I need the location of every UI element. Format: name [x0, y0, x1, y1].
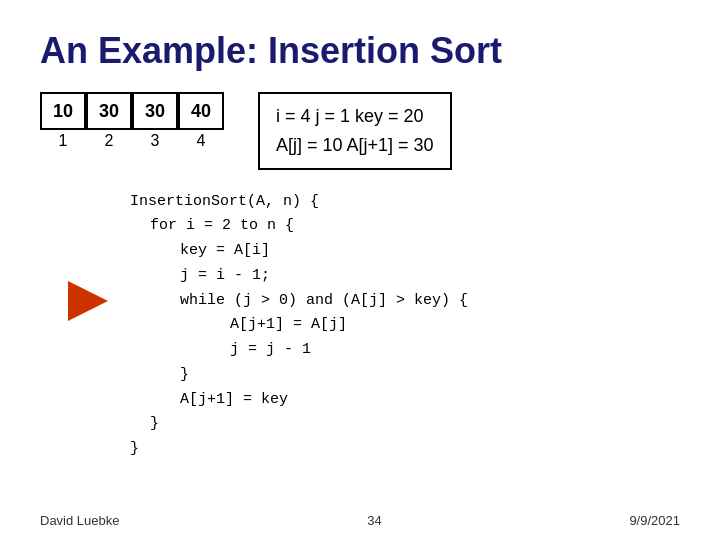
array-cell-1: 30 [86, 92, 132, 130]
code-line-5: A[j+1] = A[j] [130, 313, 680, 338]
code-line-10: } [130, 437, 680, 462]
code-line-7: } [130, 363, 680, 388]
array-cell-3: 40 [178, 92, 224, 130]
footer-page: 34 [367, 513, 381, 528]
code-line-0: InsertionSort(A, n) { [130, 190, 680, 215]
array-index-0: 1 [40, 132, 86, 150]
code-line-4: while (j > 0) and (A[j] > key) { [130, 289, 680, 314]
array-index-2: 3 [132, 132, 178, 150]
code-line-2: key = A[i] [130, 239, 680, 264]
arrow-container [68, 281, 108, 331]
code-line-6: j = j - 1 [130, 338, 680, 363]
array-index-3: 4 [178, 132, 224, 150]
array-boxes: 10 30 30 40 [40, 92, 224, 130]
code-line-8: A[j+1] = key [130, 388, 680, 413]
info-box: i = 4 j = 1 key = 20 A[j] = 10 A[j+1] = … [258, 92, 452, 170]
array-container: 10 30 30 40 1 2 3 4 [40, 92, 224, 150]
code-line-3: j = i - 1; [130, 264, 680, 289]
top-section: 10 30 30 40 1 2 3 4 i = 4 j = 1 key = 20… [40, 92, 680, 170]
footer: David Luebke 34 9/9/2021 [40, 513, 680, 528]
code-line-1: for i = 2 to n { [130, 214, 680, 239]
array-cell-0: 10 [40, 92, 86, 130]
slide-title: An Example: Insertion Sort [40, 30, 680, 72]
slide: An Example: Insertion Sort 10 30 30 40 1… [0, 0, 720, 540]
info-line2: A[j] = 10 A[j+1] = 30 [276, 131, 434, 160]
arrow-icon [68, 281, 108, 321]
array-index-1: 2 [86, 132, 132, 150]
footer-date: 9/9/2021 [629, 513, 680, 528]
code-line-9: } [130, 412, 680, 437]
array-indices: 1 2 3 4 [40, 130, 224, 150]
footer-author: David Luebke [40, 513, 120, 528]
code-section: InsertionSort(A, n) { for i = 2 to n { k… [40, 190, 680, 462]
array-cell-2: 30 [132, 92, 178, 130]
info-line1: i = 4 j = 1 key = 20 [276, 102, 434, 131]
